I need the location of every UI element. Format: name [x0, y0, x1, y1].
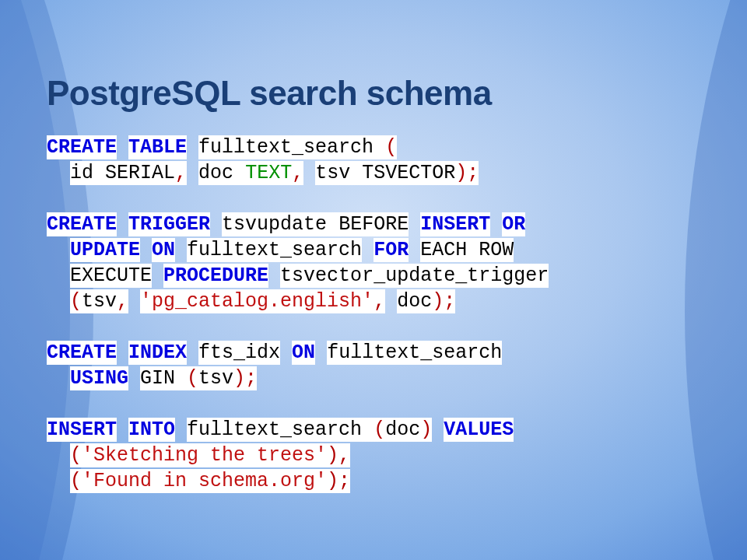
kw-using: USING: [70, 367, 128, 390]
index-col: tsv: [198, 367, 233, 390]
index-name: fts_idx: [198, 341, 280, 364]
index-table: fulltext_search: [327, 341, 502, 364]
kw-for: FOR: [374, 239, 409, 261]
arg-lang: 'pg_catalog.english': [140, 290, 374, 313]
kw-insert: INSERT: [420, 213, 490, 236]
kw-execute: EXECUTE: [70, 264, 152, 287]
punct-comma: ,: [117, 290, 128, 313]
kw-index: INDEX: [128, 341, 187, 364]
kw-trigger: TRIGGER: [128, 213, 210, 236]
table-name: fulltext_search: [198, 136, 374, 159]
kw-into: INTO: [128, 418, 175, 441]
punct-comma: ,: [292, 162, 303, 184]
insert-value-1: 'Sketching the trees': [82, 444, 327, 467]
insert-col: doc: [385, 418, 420, 441]
proc-name: tsvector_update_trigger: [280, 264, 549, 287]
insert-table: fulltext_search: [187, 418, 362, 441]
kw-update: UPDATE: [70, 239, 140, 261]
arg-doc: doc: [397, 290, 432, 313]
type-serial: SERIAL: [105, 162, 175, 184]
sql-code-block: CREATE TABLE fulltext_search ( id SERIAL…: [47, 135, 716, 494]
index-method: GIN: [140, 367, 175, 390]
punct-comma: ,: [175, 162, 187, 184]
punct-open: (: [187, 367, 198, 390]
punct-close: );: [455, 162, 479, 184]
type-text: TEXT: [245, 162, 292, 184]
slide-content: PostgreSQL search schema CREATE TABLE fu…: [47, 74, 716, 494]
kw-create: CREATE: [47, 213, 117, 236]
kw-table: TABLE: [128, 136, 187, 159]
kw-procedure: PROCEDURE: [163, 264, 268, 287]
col-doc: doc: [198, 162, 233, 184]
col-tsv: tsv: [315, 162, 350, 184]
slide-title: PostgreSQL search schema: [47, 74, 716, 113]
slide: PostgreSQL search schema CREATE TABLE fu…: [0, 0, 747, 560]
punct-close: );: [432, 290, 455, 313]
trigger-name: tsvupdate: [222, 213, 327, 236]
punct-close: );: [233, 367, 257, 390]
punct-open: (: [70, 290, 82, 313]
trigger-table: fulltext_search: [187, 239, 362, 261]
punct-open: (: [374, 418, 385, 441]
kw-values: VALUES: [444, 418, 514, 441]
kw-or: OR: [502, 213, 525, 236]
punct-close: ): [420, 418, 432, 441]
each-row: EACH ROW: [420, 239, 514, 261]
arg-tsv: tsv: [82, 290, 117, 313]
kw-create: CREATE: [47, 341, 117, 364]
punct-open: (: [70, 444, 82, 467]
kw-on: ON: [292, 341, 315, 364]
punct-comma: ,: [374, 290, 385, 313]
col-id: id: [70, 162, 93, 184]
punct-close: );: [327, 470, 350, 492]
punct-close: ),: [327, 444, 350, 467]
kw-on: ON: [152, 239, 175, 261]
type-tsvector: TSVECTOR: [362, 162, 455, 184]
kw-create: CREATE: [47, 136, 117, 159]
punct-open: (: [385, 136, 397, 159]
insert-value-2: 'Found in schema.org': [82, 470, 327, 492]
punct-open: (: [70, 470, 82, 492]
kw-insert: INSERT: [47, 418, 117, 441]
kw-before: BEFORE: [338, 213, 409, 236]
